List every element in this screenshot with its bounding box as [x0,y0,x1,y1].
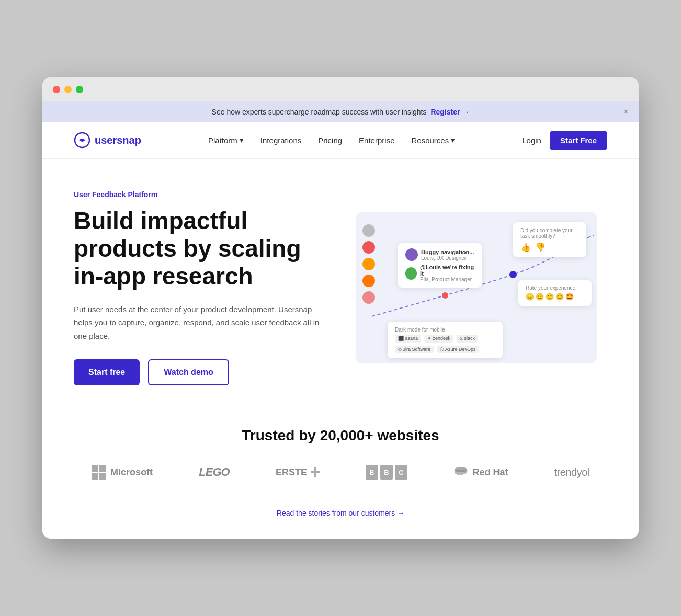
integration-logos: ⬛ asana ✦ zendesk ⧖ slack ◇ Jira Softwar… [395,335,495,353]
bug-card-title: Buggy navigation... [421,249,474,255]
trusted-section: Trusted by 20,000+ websites Microsoft LE… [42,406,639,539]
usersnap-logo-icon [74,132,90,149]
hero-illustration-container: ⚡ Buggy navigation... Lo [346,212,607,363]
redhat-logo: Red Hat [453,466,508,478]
toolbar-icon-red [362,241,375,254]
hero-title: Build impactful products by scaling in-a… [74,207,325,290]
integration-zendesk: ✦ zendesk [424,335,453,343]
thumbs-up-icon: 👍 [520,242,531,252]
nav-item-integrations[interactable]: Integrations [260,136,301,145]
maximize-dot[interactable] [76,86,83,93]
thumbs-down-icon: 👎 [535,242,546,252]
browser-window: See how experts supercharge roadmap succ… [42,77,639,539]
banner: See how experts supercharge roadmap succ… [42,101,639,122]
navbar: usersnap Platform ▾ Integrations Pricing… [42,122,639,159]
erste-text: ERSTE [276,467,307,478]
star-3: 🙂 [546,293,554,301]
illustration-toolbar [362,224,375,304]
star-rating: 😞 😐 🙂 😊 🤩 [526,293,584,301]
star-1: 😞 [526,293,534,301]
trusted-title: Trusted by 20,000+ websites [74,427,607,444]
integration-azure: ⬡ Azure DevOps [437,346,479,353]
integration-slack: ⧖ slack [457,335,478,343]
minimize-dot[interactable] [64,86,72,93]
svg-rect-5 [92,465,98,472]
hero-buttons: Start free Watch demo [74,359,325,385]
svg-text:B: B [384,469,389,476]
svg-rect-8 [99,473,106,480]
illustration-rate-card: Rate your experience 😞 😐 🙂 😊 🤩 [518,280,592,306]
bbc-icon: B B C [366,465,407,480]
hero-content: User Feedback Platform Build impactful p… [74,190,325,385]
nav-item-pricing[interactable]: Pricing [318,136,342,145]
toolbar-icon-orange [362,258,375,270]
redhat-text: Red Hat [472,467,508,478]
toolbar-icon-orange2 [362,275,375,287]
hero-description: Put user needs at the center of your pro… [74,303,325,343]
svg-text:C: C [399,469,404,476]
hero-illustration: ⚡ Buggy navigation... Lo [356,212,597,363]
svg-rect-6 [99,465,106,472]
integration-label: Dark mode for mobile [395,327,495,333]
hero-badge: User Feedback Platform [74,190,325,199]
illustration-integration-card: Dark mode for mobile ⬛ asana ✦ zendesk ⧖… [388,322,503,358]
close-dot[interactable] [53,86,60,93]
trendyol-logo: trendyol [554,466,589,478]
browser-chrome [42,77,639,101]
integration-asana: ⬛ asana [395,335,421,343]
integration-jira: ◇ Jira Software [395,346,434,353]
nav-item-platform[interactable]: Platform ▾ [208,135,244,145]
logo-text: usersnap [95,134,141,146]
hero-section: User Feedback Platform Build impactful p… [42,159,639,406]
illustration-feedback-card: Did you complete your task smoothly? 👍 👎 [513,222,586,257]
erste-icon [311,467,320,477]
star-2: 😐 [536,293,544,301]
logo[interactable]: usersnap [74,132,141,149]
nav-start-free-button[interactable]: Start Free [550,131,607,150]
lego-logo: LEGO [199,465,229,479]
chevron-down-icon: ▾ [240,135,244,145]
svg-text:B: B [369,469,374,476]
toolbar-icon-pink [362,291,375,304]
login-button[interactable]: Login [522,136,541,145]
illustration-bug-card: Buggy navigation... Louis, UX Designer @… [398,243,482,288]
erste-logo: ERSTE [276,467,320,478]
nav-links: Platform ▾ Integrations Pricing Enterpri… [208,135,455,145]
banner-close-button[interactable]: × [623,107,628,117]
microsoft-icon [92,465,106,480]
banner-register-link[interactable]: Register → [430,108,469,116]
svg-rect-7 [92,473,98,480]
lego-text: LEGO [199,465,229,479]
star-4: 😊 [555,293,564,301]
start-free-button[interactable]: Start free [74,359,140,385]
bug-card-avatar [405,248,418,261]
redhat-icon [453,466,468,478]
bbc-logo: B B C [366,465,407,480]
svg-point-1 [509,271,517,278]
microsoft-logo: Microsoft [92,465,153,480]
nav-item-enterprise[interactable]: Enterprise [359,136,394,145]
nav-item-resources[interactable]: Resources ▾ [411,135,455,145]
rate-question: Rate your experience [526,285,584,291]
star-5: 🤩 [565,293,574,301]
chevron-down-icon: ▾ [451,135,455,145]
bug-card-user: Louis, UX Designer [421,255,474,261]
nav-actions: Login Start Free [522,131,607,150]
banner-text: See how experts supercharge roadmap succ… [212,108,427,116]
trendyol-text: trendyol [554,466,589,478]
read-more-link[interactable]: Read the stories from our customers → [277,509,404,517]
toolbar-icon-circle [362,224,375,237]
trusted-logos: Microsoft LEGO ERSTE B B [74,465,607,480]
reply-card-text: @Louis we're fixing it [420,264,474,277]
watch-demo-button[interactable]: Watch demo [148,359,229,385]
svg-rect-10 [311,471,320,473]
reply-card-user: Ella, Product Manager [420,277,474,282]
reply-card-avatar [405,267,417,280]
microsoft-text: Microsoft [110,467,153,478]
svg-point-2 [442,292,448,299]
feedback-question: Did you complete your task smoothly? [520,227,579,239]
